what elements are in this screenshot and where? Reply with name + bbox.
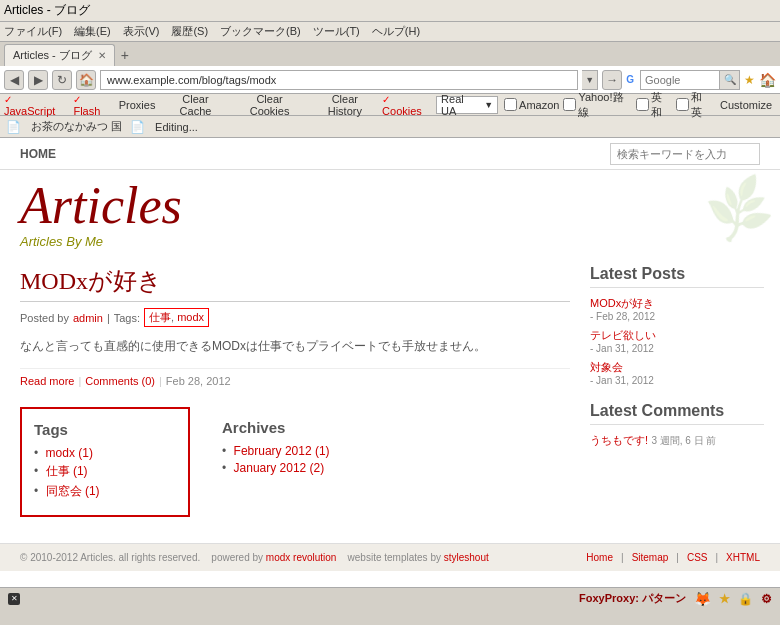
ewa-checkbox[interactable]: 英和 [636,90,672,120]
reload-button[interactable]: ↻ [52,70,72,90]
proxies-button[interactable]: Proxies [115,98,160,112]
home-nav-icon[interactable]: 🏠 [759,72,776,88]
archive-link-feb[interactable]: February 2012 (1) [234,444,330,458]
status-left: ✕ [8,593,20,605]
back-button[interactable]: ◀ [4,70,24,90]
cookies-toggle[interactable]: Cookies [382,93,432,117]
star-rating-icon: ★ [719,592,730,606]
site-tagline: Articles By Me [20,234,760,249]
web-footer: © 2010-2012 Articles. all rights reserve… [0,543,780,571]
archives-widget: Archives February 2012 (1) January 2012 … [210,407,342,517]
footer-left: © 2010-2012 Articles. all rights reserve… [20,552,489,563]
wae-checkbox[interactable]: 和英 [676,90,712,120]
archive-item-feb: February 2012 (1) [222,444,330,458]
site-logo: Articles [20,180,760,232]
amazon-checkbox[interactable]: Amazon [504,98,559,111]
comments-link[interactable]: Comments (0) [85,375,155,387]
settings-icon: ⚙ [761,592,772,606]
menu-edit[interactable]: 編集(E) [74,24,111,39]
forward-button[interactable]: ▶ [28,70,48,90]
foxyproxy-status: FoxyProxy: パターン [579,591,686,606]
bookmark-star-icon[interactable]: ★ [744,73,755,87]
sidebar-post-3: 対象会 - Jan 31, 2012 [590,360,764,386]
tag-item-shigoto: 仕事 (1) [34,463,176,480]
sidebar-post-date-3: - Jan 31, 2012 [590,375,764,386]
tag-modx[interactable]: modx [177,311,204,323]
toolbar: JavaScript Flash Proxies Clear Cache Cle… [0,94,780,116]
flash-toggle[interactable]: Flash [73,93,110,117]
clear-cache-button[interactable]: Clear Cache [161,92,229,118]
menu-history[interactable]: 履歴(S) [171,24,208,39]
search-button[interactable]: 🔍 [720,70,740,90]
latest-posts-title: Latest Posts [590,265,764,288]
menu-help[interactable]: ヘルプ(H) [372,24,420,39]
nav-home[interactable]: HOME [20,147,56,161]
menu-view[interactable]: 表示(V) [123,24,160,39]
bookmark-icon-2: 📄 [130,120,145,134]
bookmark-ocha[interactable]: お茶のなかみつ 国 [31,119,122,134]
search-input[interactable] [640,70,720,90]
javascript-toggle[interactable]: JavaScript [4,93,65,117]
close-tab-icon[interactable]: ✕ [98,50,106,61]
customize-button[interactable]: Customize [716,98,776,112]
foxyproxy-icon: 🦊 [694,591,711,607]
footer-modx-link[interactable]: modx revolution [266,552,337,563]
tab-label: Articles - ブログ [13,48,92,63]
sidebar-post-link-2[interactable]: テレビ欲しい [590,328,764,343]
active-tab[interactable]: Articles - ブログ ✕ [4,44,115,66]
clear-history-button[interactable]: Clear History [310,92,381,118]
tag-item-dousokai: 同窓会 (1) [34,483,176,500]
latest-posts-widget: Latest Posts MODxが好き - Feb 28, 2012 テレビ欲… [590,265,764,386]
web-search-input[interactable] [610,143,760,165]
post-title: MODxが好き [20,265,570,302]
archive-item-jan: January 2012 (2) [222,461,330,475]
search-bar: 🔍 [640,70,740,90]
new-tab-button[interactable]: + [117,44,133,66]
menu-file[interactable]: ファイル(F) [4,24,62,39]
bookmark-icon-1: 📄 [6,120,21,134]
sidebar-comment-1: うちもです! 3 週間, 6 日 前 [590,433,764,448]
sidebar-comment-link-1[interactable]: うちもです! [590,434,648,446]
webpage: HOME 🌿 Articles Articles By Me MODxが好き P… [0,138,780,587]
archive-link-jan[interactable]: January 2012 (2) [234,461,325,475]
footer-styleshout-link[interactable]: styleshout [444,552,489,563]
go-button[interactable]: → [602,70,622,90]
tag-item-modx: modx (1) [34,446,176,460]
post-author-link[interactable]: admin [73,312,103,324]
tab-bar: Articles - ブログ ✕ + [0,42,780,66]
tag-link-modx[interactable]: modx (1) [46,446,93,460]
menu-bookmarks[interactable]: ブックマーク(B) [220,24,301,39]
sidebar-post-date-1: - Feb 28, 2012 [590,311,764,322]
post-footer: Read more | Comments (0) | Feb 28, 2012 [20,368,570,387]
yahoo-checkbox[interactable]: Yahoo!路線 [563,90,632,120]
security-icon: 🔒 [738,592,753,606]
address-input[interactable] [100,70,578,90]
footer-copyright: © 2010-2012 Articles. all rights reserve… [20,552,200,563]
post-meta: Posted by admin | Tags: 仕事, modx [20,308,570,327]
web-header: 🌿 Articles Articles By Me [0,170,780,249]
menu-tools[interactable]: ツール(T) [313,24,360,39]
google-icon: G [626,74,634,85]
read-more-link[interactable]: Read more [20,375,74,387]
home-button[interactable]: 🏠 [76,70,96,90]
status-bar: ✕ FoxyProxy: パターン 🦊 ★ 🔒 ⚙ [0,587,780,609]
footer-home-link[interactable]: Home [586,552,613,563]
tag-shigoto[interactable]: 仕事 [149,311,171,323]
footer-css-link[interactable]: CSS [687,552,708,563]
address-dropdown[interactable]: ▼ [582,70,598,90]
sidebar-post-link-1[interactable]: MODxが好き [590,296,764,311]
title-bar: Articles - ブログ [0,0,780,22]
bookmark-editing[interactable]: Editing... [155,121,198,133]
tag-link-shigoto[interactable]: 仕事 (1) [46,464,88,478]
sidebar-post-link-3[interactable]: 対象会 [590,360,764,375]
status-right: FoxyProxy: パターン 🦊 ★ 🔒 ⚙ [579,591,772,607]
footer-sitemap-link[interactable]: Sitemap [632,552,669,563]
tags-widget-title: Tags [34,421,176,438]
tags-widget: Tags modx (1) 仕事 (1) 同窓会 (1) [20,407,190,517]
web-nav: HOME [0,138,780,170]
footer-xhtml-link[interactable]: XHTML [726,552,760,563]
realua-dropdown[interactable]: Real UA ▼ [436,96,498,114]
post-tags-box: 仕事, modx [144,308,209,327]
clear-cookies-button[interactable]: Clear Cookies [232,92,308,118]
tag-link-dousokai[interactable]: 同窓会 (1) [46,484,100,498]
